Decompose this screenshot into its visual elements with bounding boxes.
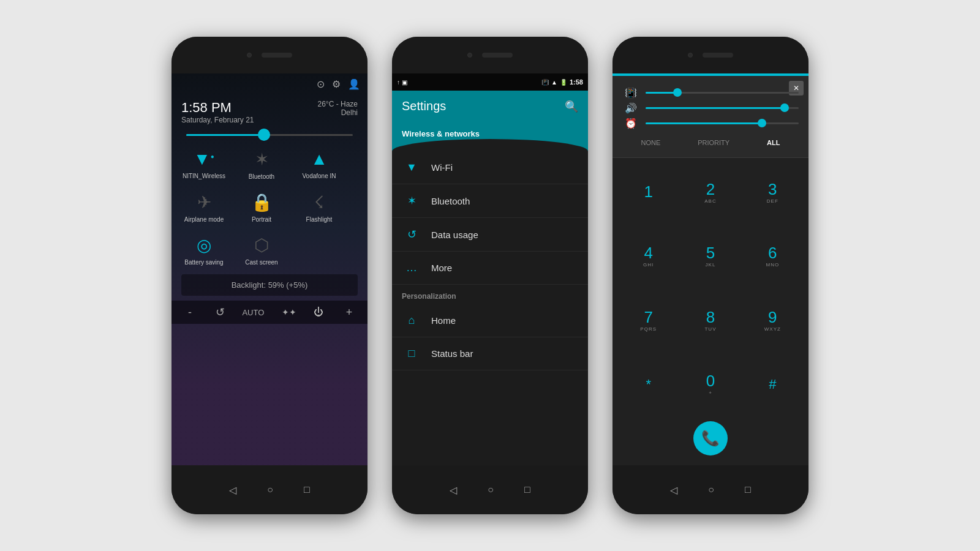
cast-icon: ⬡ [254, 235, 269, 255]
wifi-settings-icon: ▼ [402, 161, 421, 174]
dialpad-key-0[interactable]: 0 + [679, 353, 741, 417]
home-button-3[interactable]: ○ [708, 484, 714, 495]
circle-icon[interactable]: ⊙ [317, 78, 325, 90]
status-bar-icon: □ [402, 347, 421, 360]
call-button[interactable]: 📞 [693, 421, 728, 455]
alarm-volume-row: ⏰ [622, 118, 799, 129]
flashlight-icon: ☇ [314, 192, 324, 212]
settings-data-usage[interactable]: ↺ Data usage [392, 218, 588, 252]
wifi-label: NITIN_Wireless [183, 173, 225, 179]
back-button-3[interactable]: ◁ [670, 484, 677, 496]
brightness-controls: - ↺ AUTO ✦✦ ⏻ + [172, 301, 368, 324]
settings-wifi[interactable]: ▼ Wi-Fi [392, 151, 588, 184]
dialpad-key-star[interactable]: * [617, 353, 679, 417]
earpiece-3 [703, 53, 733, 58]
signal-icon: ▲ [311, 149, 328, 169]
ringer-options: NONE PRIORITY ALL [622, 133, 799, 150]
front-camera-2 [467, 53, 472, 58]
settings-screen: Settings 🔍 Wireless & networks ▼ Wi-Fi ✶… [392, 91, 588, 465]
recents-button[interactable]: □ [304, 484, 310, 495]
toggle-battery-saving[interactable]: ◎ Battery saving [176, 229, 232, 269]
home-button[interactable]: ○ [267, 484, 273, 495]
recents-button-3[interactable]: □ [745, 484, 751, 495]
wifi-settings-label: Wi-Fi [431, 162, 453, 173]
dialpad-key-8[interactable]: 8 TUV [679, 288, 741, 353]
dialpad-key-3[interactable]: 3 DEF [742, 160, 804, 225]
sound-track[interactable] [646, 107, 799, 109]
back-button[interactable]: ◁ [229, 484, 236, 496]
phone-2-top [392, 37, 588, 73]
volume-panel: ✕ 📳 🔊 [612, 76, 809, 158]
toggle-wifi[interactable]: ▼● NITIN_Wireless [176, 143, 232, 184]
status-bar-label: Status bar [431, 348, 473, 359]
toggle-flashlight[interactable]: ☇ Flashlight [292, 186, 347, 227]
power-icon[interactable]: ⏻ [314, 307, 323, 318]
toggle-airplane[interactable]: ✈ Airplane mode [176, 186, 232, 227]
alarm-icon: ⏰ [622, 118, 639, 129]
settings-gear-icon[interactable]: ⚙ [332, 78, 341, 90]
status-bar-2: ↑ ▣ 📳 ▲ 🔋 1:58 [392, 73, 588, 91]
settings-status-bar[interactable]: □ Status bar [392, 337, 588, 370]
portrait-label: Portrait [252, 216, 271, 223]
dialpad-key-4[interactable]: 4 GHI [617, 225, 679, 289]
more-label: More [431, 263, 452, 273]
refresh-icon[interactable]: ↺ [216, 305, 225, 319]
brightness-minus-button[interactable]: - [181, 306, 198, 319]
toggle-mobile-data[interactable]: ▲ Vodafone IN [292, 143, 347, 184]
phone-3-screen: ✕ 📳 🔊 [612, 73, 809, 465]
ringer-none[interactable]: NONE [637, 138, 664, 148]
toggle-cast[interactable]: ⬡ Cast screen [234, 229, 289, 269]
brightness-auto[interactable]: AUTO [242, 308, 264, 317]
wireless-section-header: Wireless & networks [392, 122, 588, 151]
data-usage-label: Data usage [431, 230, 478, 240]
ringer-all[interactable]: ALL [763, 138, 783, 148]
airplane-icon: ✈ [197, 192, 211, 212]
dialpad-key-9[interactable]: 9 WXYZ [742, 288, 804, 353]
screenshot-icon: ▣ [402, 79, 407, 86]
brightness-control[interactable] [172, 129, 368, 143]
earpiece [262, 53, 292, 58]
sound-volume-row: 🔊 [622, 102, 799, 114]
stars-icon[interactable]: ✦✦ [282, 307, 296, 317]
more-icon: … [402, 261, 421, 274]
dialpad-key-5[interactable]: 5 JKL [679, 225, 741, 289]
bluetooth-label: Bluetooth [249, 173, 274, 180]
location-info: Delhi [318, 108, 358, 117]
personalization-section-label: Personalization [392, 285, 588, 304]
sound-icon: 🔊 [622, 102, 639, 114]
dialpad-key-7[interactable]: 7 PQRS [617, 288, 679, 353]
settings-header: Settings 🔍 [392, 91, 588, 122]
dialer-screen: ✕ 📳 🔊 [612, 73, 809, 465]
dialpad-key-2[interactable]: 2 ABC [679, 160, 741, 225]
alarm-track[interactable] [646, 122, 799, 124]
vibrate-icon: 📳 [622, 87, 639, 99]
home-button-2[interactable]: ○ [488, 484, 494, 495]
battery-status-icon: 🔋 [560, 79, 567, 86]
dialpad-key-6[interactable]: 6 MNO [742, 225, 804, 289]
phone-1-screen: ⊙ ⚙ 👤 1:58 PM Saturday, February 21 26°C… [172, 73, 368, 465]
phone-3-top [612, 37, 809, 73]
vibrate-track[interactable] [646, 92, 799, 94]
toggle-bluetooth[interactable]: ✶ Bluetooth [234, 143, 289, 184]
search-button[interactable]: 🔍 [565, 100, 578, 113]
front-camera-3 [688, 53, 693, 58]
wifi-icon: ▼● [194, 149, 214, 169]
ringer-priority[interactable]: PRIORITY [694, 138, 733, 148]
recents-button-2[interactable]: □ [524, 484, 530, 495]
battery-save-icon: ◎ [197, 235, 211, 255]
user-icon[interactable]: 👤 [348, 78, 360, 90]
dialpad-key-1[interactable]: 1 [617, 160, 679, 225]
settings-home[interactable]: ⌂ Home [392, 304, 588, 337]
mobile-data-label: Vodafone IN [302, 173, 336, 179]
settings-more[interactable]: … More [392, 252, 588, 285]
brightness-plus-button[interactable]: + [341, 306, 358, 319]
settings-bluetooth[interactable]: ✶ Bluetooth [392, 184, 588, 218]
call-btn-row: 📞 [617, 416, 804, 463]
home-settings-icon: ⌂ [402, 314, 421, 327]
back-button-2[interactable]: ◁ [450, 484, 457, 496]
bluetooth-settings-icon: ✶ [402, 194, 421, 208]
toggle-portrait[interactable]: 🔒 Portrait [234, 186, 289, 227]
rotation-icon: 🔒 [251, 192, 273, 212]
dialpad-key-hash[interactable]: # [742, 353, 804, 417]
dialpad: 1 2 ABC 3 DEF 4 GHI [612, 158, 809, 465]
